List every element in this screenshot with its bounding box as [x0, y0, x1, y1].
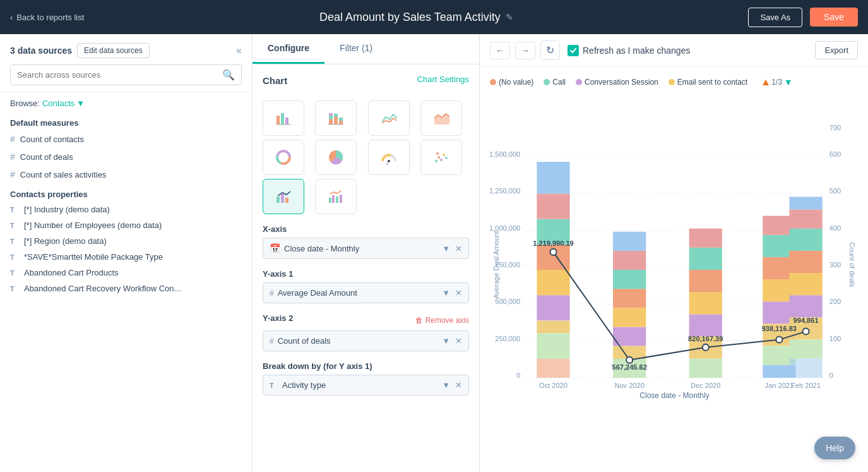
prop-industry[interactable]: T [*] Industry (demo data)	[0, 202, 252, 217]
chart-type-pie[interactable]	[315, 140, 357, 175]
measures-list: # Count of contacts # Count of deals # C…	[0, 130, 252, 183]
search-icon[interactable]: 🔍	[216, 69, 241, 81]
svg-text:700: 700	[829, 124, 841, 131]
svg-text:Dec 2020: Dec 2020	[691, 382, 720, 389]
chart-type-gauge[interactable]: 1	[368, 140, 410, 175]
data-sources-row: 3 data sources Edit data sources «	[10, 43, 242, 58]
svg-text:300: 300	[829, 261, 841, 269]
svg-point-22	[440, 159, 443, 161]
svg-point-24	[445, 157, 448, 159]
browse-label: Browse:	[10, 99, 40, 108]
back-button[interactable]: ‹ Back to reports list	[10, 13, 84, 22]
chart-area: (No value) Call Conversation Session Ema…	[480, 67, 868, 472]
browse-chevron-icon: ▼	[76, 99, 85, 108]
pagination-down-icon[interactable]: ▼	[784, 77, 793, 87]
svg-text:400: 400	[829, 224, 841, 232]
svg-rect-74	[689, 314, 722, 336]
yaxis1-chevron-icon: ▼	[442, 288, 450, 298]
svg-point-21	[437, 156, 440, 159]
edit-data-sources-button[interactable]: Edit data sources	[77, 43, 150, 58]
tab-filter[interactable]: Filter (1)	[324, 34, 388, 64]
svg-rect-8	[334, 114, 338, 117]
svg-text:250,000: 250,000	[495, 335, 520, 342]
svg-rect-4	[329, 119, 333, 124]
yaxis2-select[interactable]: # Count of deals ▼ ✕	[263, 330, 469, 351]
left-top: 3 data sources Edit data sources « 🔍	[0, 34, 252, 92]
pagination: 1/3 ▼	[771, 77, 793, 87]
body: 3 data sources Edit data sources « 🔍 Bro…	[0, 34, 868, 472]
breakdown-close-icon[interactable]: ✕	[455, 380, 462, 390]
refresh-text: Refresh as I make changes	[583, 45, 690, 56]
measure-count-deals[interactable]: # Count of deals	[0, 148, 252, 166]
svg-rect-28	[285, 198, 288, 203]
prop-region[interactable]: T [*] Region (demo data)	[0, 233, 252, 249]
chart-type-stacked-bar[interactable]	[315, 100, 357, 136]
svg-point-20	[435, 160, 437, 162]
chart-type-scatter[interactable]	[420, 140, 462, 175]
prop-abandoned-cart-products[interactable]: T Abandoned Cart Products	[0, 265, 252, 281]
svg-rect-30	[332, 195, 335, 203]
back-arrow-icon: ‹	[10, 13, 13, 22]
back-label: Back to reports list	[16, 13, 84, 22]
combo-line-chart-icon	[327, 188, 345, 205]
help-button[interactable]: Help	[814, 437, 855, 459]
prop-smarttel[interactable]: T *SAVE*Smarttel Mobile Package Type	[0, 249, 252, 265]
svg-rect-91	[789, 251, 822, 273]
svg-rect-96	[789, 340, 822, 359]
legend-dot-call	[544, 79, 550, 85]
yaxis2-label-row: Y-axis 2 🗑 Remove axis	[263, 313, 469, 327]
measure-count-contacts[interactable]: # Count of contacts	[0, 130, 252, 148]
yaxis1-close-icon[interactable]: ✕	[455, 288, 462, 298]
save-button[interactable]: Save	[810, 8, 858, 27]
chart-type-line[interactable]	[368, 100, 410, 136]
svg-rect-78	[689, 229, 722, 248]
xaxis-select[interactable]: 📅 Close date - Monthly ▼ ✕	[263, 238, 469, 259]
breakdown-select[interactable]: T Activity type ▼ ✕	[263, 375, 469, 396]
svg-point-101	[776, 337, 782, 343]
svg-rect-32	[340, 195, 342, 203]
refresh-checkbox[interactable]	[568, 45, 579, 56]
yaxis2-chevron-icon: ▼	[442, 336, 450, 346]
undo-button[interactable]: ←	[490, 42, 510, 59]
chart-type-area[interactable]	[420, 100, 462, 136]
export-button[interactable]: Export	[815, 41, 858, 59]
chart-type-donut[interactable]	[263, 140, 304, 175]
svg-text:1,219,990.19: 1,219,990.19	[533, 239, 574, 247]
yaxis1-label: Y-axis 1	[263, 269, 469, 279]
svg-rect-62	[537, 162, 569, 193]
chart-type-combo-line[interactable]	[315, 179, 357, 214]
search-input[interactable]	[11, 65, 216, 85]
svg-rect-29	[329, 198, 331, 203]
chart-type-combo-bar[interactable]	[263, 179, 304, 214]
line-chart-icon	[380, 109, 398, 127]
measure-count-sales-activities[interactable]: # Count of sales activities	[0, 166, 252, 183]
prop-employees[interactable]: T [*] Number of Employees (demo data)	[0, 217, 252, 233]
yaxis1-select[interactable]: # Average Deal Amount ▼ ✕	[263, 282, 469, 303]
chart-type-bar[interactable]	[263, 100, 304, 136]
xaxis-close-icon[interactable]: ✕	[455, 244, 462, 253]
svg-rect-1	[281, 113, 284, 124]
chart-svg: 0 250,000 500,000 750,000 1,000,000 1,25…	[490, 92, 858, 431]
redo-button[interactable]: →	[515, 42, 535, 59]
contacts-properties-title: Contacts properties	[0, 183, 252, 202]
edit-title-icon[interactable]: ✎	[506, 12, 513, 22]
default-measures-title: Default measures	[0, 112, 252, 130]
hash-icon: #	[10, 134, 15, 144]
save-as-button[interactable]: Save As	[748, 8, 802, 27]
right-panel: ← → ↻ Refresh as I make changes Export (…	[480, 34, 868, 472]
svg-point-23	[443, 154, 445, 156]
svg-text:600: 600	[829, 150, 841, 158]
svg-rect-94	[789, 197, 822, 209]
remove-axis-button[interactable]: 🗑 Remove axis	[415, 316, 469, 325]
legend-item-call: Call	[544, 78, 566, 87]
browse-dropdown[interactable]: Contacts ▼	[42, 99, 85, 108]
svg-rect-71	[613, 232, 646, 251]
yaxis2-close-icon[interactable]: ✕	[455, 336, 462, 346]
svg-text:Feb 2021: Feb 2021	[791, 382, 821, 389]
chart-settings-link[interactable]: Chart Settings	[417, 75, 469, 84]
tab-configure[interactable]: Configure	[253, 34, 324, 64]
collapse-icon[interactable]: «	[236, 45, 242, 56]
legend-pagination: 1/3 ▼	[763, 77, 793, 87]
refresh-icon-button[interactable]: ↻	[540, 40, 560, 60]
prop-abandoned-cart-recovery[interactable]: T Abandoned Cart Recovery Workflow Con..…	[0, 281, 252, 296]
